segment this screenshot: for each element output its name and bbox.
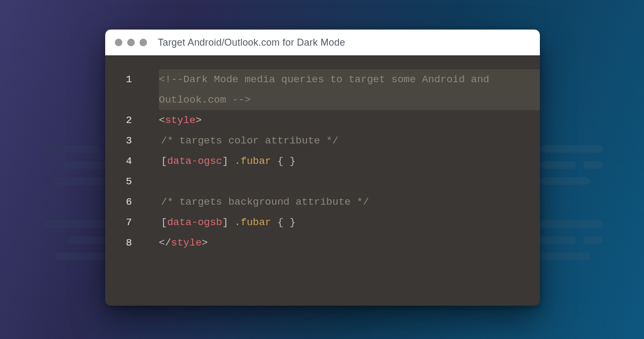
css-comment: /* targets background attribute */ (161, 196, 369, 208)
deco-line (539, 253, 590, 260)
zoom-icon[interactable] (140, 39, 147, 46)
code-content: [data-ogsb] .fubar { } (159, 212, 540, 233)
titlebar[interactable]: Target Android/Outlook.com for Dark Mode (105, 30, 540, 55)
editor-window: Target Android/Outlook.com for Dark Mode… (105, 30, 540, 306)
code-line: 6 /* targets background attribute */ (105, 192, 540, 212)
code-line: 7 [data-ogsb] .fubar { } (105, 212, 540, 233)
window-title: Target Android/Outlook.com for Dark Mode (158, 37, 345, 48)
attr-selector: data-ogsc (167, 155, 222, 167)
canvas: Target Android/Outlook.com for Dark Mode… (0, 0, 644, 339)
class-selector: .fubar (228, 217, 277, 228)
deco-line (55, 253, 106, 260)
tag-close: > (202, 237, 208, 249)
deco-line (583, 236, 603, 244)
class-selector: .fubar (228, 155, 277, 167)
line-number: 3 (105, 131, 143, 151)
bracket: ] (222, 217, 228, 228)
bracket: ] (222, 155, 228, 167)
code-content: /* targets color attribute */ (159, 131, 540, 151)
line-number: 1 (105, 69, 143, 90)
deco-line (539, 161, 576, 169)
deco-line (63, 161, 106, 169)
braces: { } (277, 155, 296, 167)
deco-line (68, 236, 106, 244)
code-content: [data-ogsc] .fubar { } (159, 151, 540, 171)
code-content (159, 171, 540, 192)
tag-name: style (165, 114, 195, 126)
tag-open: </ (159, 237, 171, 249)
tag-close: > (195, 114, 201, 126)
tag-name: style (171, 237, 202, 249)
code-content: </style> (159, 233, 540, 253)
close-icon[interactable] (115, 39, 122, 46)
code-content: <style> (159, 110, 540, 131)
html-comment: <!--Dark Mode media queries to target so… (159, 74, 495, 106)
code-line: 3 /* targets color attribute */ (105, 131, 540, 151)
deco-line (45, 220, 106, 228)
code-line: 2 <style> (105, 110, 540, 131)
line-number: 5 (105, 171, 143, 192)
line-number: 7 (105, 212, 143, 233)
code-line: 4 [data-ogsc] .fubar { } (105, 151, 540, 171)
bracket: [ (161, 155, 167, 167)
deco-line (41, 145, 100, 153)
bracket: [ (161, 217, 167, 228)
deco-line (539, 145, 603, 153)
deco-line (583, 161, 603, 169)
line-number: 4 (105, 151, 143, 171)
minimize-icon[interactable] (127, 39, 135, 46)
braces: { } (277, 217, 296, 228)
line-number: 2 (105, 110, 143, 131)
code-editor[interactable]: 1 <!--Dark Mode media queries to target … (105, 55, 540, 306)
tag-open: < (159, 114, 165, 126)
deco-line (539, 220, 603, 228)
attr-selector: data-ogsb (167, 217, 222, 228)
code-content: <!--Dark Mode media queries to target so… (159, 69, 540, 110)
code-line: 1 <!--Dark Mode media queries to target … (105, 69, 540, 110)
line-number: 8 (105, 233, 143, 253)
code-content: /* targets background attribute */ (159, 192, 540, 212)
deco-line (539, 236, 576, 244)
window-controls (115, 39, 147, 46)
deco-line (52, 177, 105, 185)
code-line: 5 (105, 171, 540, 192)
line-number: 6 (105, 192, 143, 212)
css-comment: /* targets color attribute */ (161, 135, 339, 147)
code-line: 8 </style> (105, 233, 540, 253)
deco-line (539, 177, 590, 185)
